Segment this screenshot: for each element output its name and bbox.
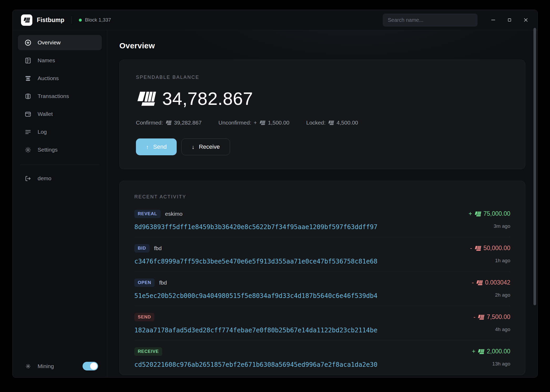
arrow-up-icon: ↑: [146, 144, 149, 150]
sidebar-item-names[interactable]: Names: [18, 53, 102, 68]
sidebar-divider: [20, 165, 100, 165]
window-controls: [490, 17, 529, 23]
mining-icon: [24, 363, 32, 370]
activity-type-badge: REVEAL: [134, 210, 161, 218]
activity-time: 1h ago: [495, 258, 510, 264]
activity-card-label: RECENT ACTIVITY: [134, 194, 510, 200]
fist-icon: [165, 120, 172, 125]
activity-time: 13h ago: [492, 361, 510, 367]
activity-row-open[interactable]: OPEN fbd 51e5ec20b52cb000c9a404980515f5e…: [134, 271, 510, 306]
fist-icon: [23, 17, 30, 23]
transactions-book-icon: [24, 93, 32, 100]
fist-icon: [474, 211, 481, 216]
sidebar-item-settings[interactable]: Settings: [18, 142, 102, 157]
block-status-dot: [79, 19, 82, 22]
activity-name: fbd: [154, 245, 162, 251]
activity-row-bid[interactable]: BID fbd c3476fc8999a7ff59cb3bee5e470e6e5…: [134, 237, 510, 271]
sidebar-item-wallet[interactable]: Wallet: [18, 106, 102, 122]
logout-icon: [24, 175, 32, 182]
recent-activity-card: RECENT ACTIVITY REVEAL eskimo 8d963893ff…: [119, 181, 525, 375]
transaction-hash-link[interactable]: 51e5ec20b52cb000c9a404980515f5e8034af9d3…: [134, 292, 378, 300]
sidebar-item-transactions[interactable]: Transactions: [18, 89, 102, 104]
transaction-hash-link[interactable]: 8d963893ff5dff1e8459b3b36420e8c5622b7f34…: [134, 223, 378, 231]
receive-button[interactable]: ↓ Receive: [181, 138, 230, 155]
activity-type-badge: OPEN: [134, 278, 155, 287]
fist-icon: [259, 120, 266, 125]
app-window: Fistbump Block 1,337 Overview Names Auct…: [12, 10, 538, 378]
activity-time: 2h ago: [495, 292, 510, 298]
activity-type-badge: BID: [134, 244, 150, 252]
close-icon: [523, 17, 529, 23]
main-content: Overview SPENDABLE BALANCE 34,782.867 Co…: [107, 30, 537, 377]
activity-rows: REVEAL eskimo 8d963893ff5dff1e8459b3b364…: [134, 203, 510, 375]
activity-type-badge: SEND: [134, 313, 154, 321]
auctions-stack-icon: [24, 75, 32, 82]
sidebar-nav: Overview Names Auctions Transactions Wal…: [18, 35, 102, 160]
sidebar-item-log[interactable]: Log: [18, 124, 102, 140]
activity-amount: - 7,500.00: [473, 313, 510, 321]
activity-row-receive[interactable]: RECEIVE cd520221608c976ab2651857ebf2e671…: [134, 340, 510, 375]
session-label: demo: [38, 175, 52, 182]
activity-name: eskimo: [165, 211, 183, 217]
activity-row-send[interactable]: SEND 182aa7178afad5d3ed28cff774febae7e0f…: [134, 306, 510, 340]
activity-amount: + 2,000.00: [472, 348, 510, 355]
titlebar: Fistbump Block 1,337: [13, 10, 537, 30]
balance-card-label: SPENDABLE BALANCE: [136, 75, 509, 80]
sidebar-item-demo[interactable]: demo: [18, 171, 102, 186]
stat-locked-: Locked: 4,500.00: [306, 120, 358, 126]
activity-time: 3m ago: [494, 223, 510, 229]
names-card-icon: [24, 57, 32, 64]
mining-label: Mining: [38, 363, 54, 369]
activity-time: 4h ago: [495, 327, 510, 332]
minimize-icon: [490, 17, 496, 23]
balance-card: SPENDABLE BALANCE 34,782.867 Confirmed: …: [119, 60, 525, 169]
arrow-down-icon: ↓: [192, 144, 195, 150]
wallet-icon: [24, 111, 32, 118]
fist-icon: [474, 246, 481, 251]
close-button[interactable]: [523, 17, 529, 23]
app-name: Fistbump: [37, 17, 64, 24]
activity-name: fbd: [159, 280, 167, 286]
mining-row: Mining: [18, 362, 102, 370]
sidebar: Overview Names Auctions Transactions Wal…: [13, 30, 107, 377]
window-scrollbar-thumb[interactable]: [533, 28, 536, 305]
maximize-icon: [507, 17, 512, 23]
sidebar-item-auctions[interactable]: Auctions: [18, 71, 102, 86]
send-button[interactable]: ↑ Send: [136, 138, 177, 155]
minimize-button[interactable]: [490, 17, 496, 23]
search-input[interactable]: [383, 14, 477, 27]
transaction-hash-link[interactable]: cd520221608c976ab2651857ebf2e671b6308a56…: [134, 361, 378, 368]
circle-plus-icon: [24, 39, 32, 46]
mining-toggle[interactable]: [83, 362, 98, 370]
titlebar-divider: [72, 16, 72, 24]
activity-amount: + 75,000.00: [468, 210, 510, 217]
balance-stats: Confirmed: 39,282.867 Unconfirmed: + 1,5…: [136, 120, 509, 126]
fist-icon: [136, 91, 156, 106]
block-height-label: Block 1,337: [85, 17, 111, 23]
stat-unconfirmed-: Unconfirmed: + 1,500.00: [218, 120, 289, 126]
activity-type-badge: RECEIVE: [134, 347, 162, 356]
activity-row-reveal[interactable]: REVEAL eskimo 8d963893ff5dff1e8459b3b364…: [134, 203, 510, 237]
page-title: Overview: [119, 41, 525, 50]
transaction-hash-link[interactable]: 182aa7178afad5d3ed28cff774febae7e0f80b25…: [134, 327, 378, 334]
fist-icon: [477, 349, 485, 354]
sidebar-item-overview[interactable]: Overview: [18, 35, 102, 50]
app-logo: [21, 14, 32, 26]
fist-icon: [328, 120, 334, 125]
settings-sun-icon: [24, 146, 32, 153]
fist-icon: [477, 314, 485, 320]
activity-amount: - 50,000.00: [470, 245, 510, 252]
log-lines-icon: [24, 128, 32, 136]
activity-amount: - 0.003042: [472, 279, 510, 286]
spendable-balance-amount: 34,782.867: [162, 90, 253, 107]
stat-confirmed-: Confirmed: 39,282.867: [136, 120, 202, 126]
maximize-button[interactable]: [506, 17, 513, 23]
transaction-hash-link[interactable]: c3476fc8999a7ff59cb3bee5e470e6e5f913d355…: [134, 258, 378, 265]
fist-icon: [476, 280, 483, 285]
